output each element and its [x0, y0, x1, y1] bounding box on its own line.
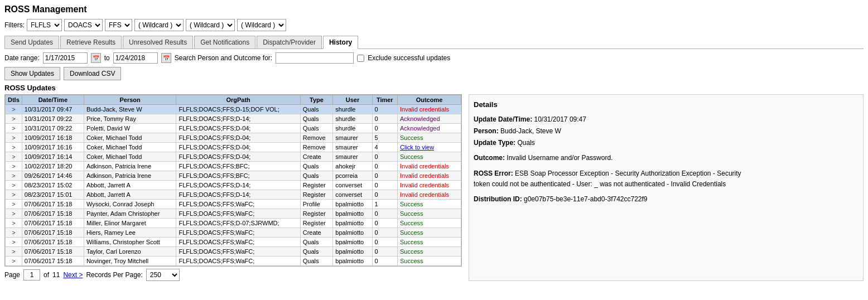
expand-cell[interactable]: > [6, 171, 22, 181]
cell-datetime: 10/09/2017 16:16 [22, 143, 84, 152]
col-person[interactable]: Person [84, 95, 176, 105]
col-datetime[interactable]: Date/Time [22, 95, 84, 105]
table-row[interactable]: >10/31/2017 09:22Price, Tommy RayFLFLS;D… [6, 114, 461, 124]
cell-outcome: Invalid credentials [398, 162, 461, 171]
search-input[interactable] [276, 52, 354, 64]
table-row[interactable]: >07/06/2017 15:18Hiers, Ramey LeeFLFLS;D… [6, 228, 461, 238]
detail-update-type: Update Type: Quals [474, 138, 859, 148]
filter1-select[interactable]: FLFLS [27, 19, 62, 31]
cell-person: Coker, Michael Todd [84, 152, 176, 162]
pager-row: Page of 11 Next > Records Per Page: 250 [4, 269, 462, 281]
table-scroll-wrapper[interactable]: Dtls Date/Time Person OrgPath Type User … [4, 94, 462, 267]
table-row[interactable]: >08/23/2017 15:01Abbott, Jarrett AFLFLS;… [6, 190, 461, 200]
expand-cell[interactable]: > [6, 162, 22, 171]
col-timer[interactable]: Timer [372, 95, 398, 105]
detail-update-type-value: Quals [517, 139, 534, 147]
expand-cell[interactable]: > [6, 114, 22, 124]
table-row[interactable]: >08/23/2017 15:02Abbott, Jarrett AFLFLS;… [6, 181, 461, 190]
table-row[interactable]: >10/31/2017 09:47Budd-Jack, Steve WFLFLS… [6, 105, 461, 114]
expand-cell[interactable]: > [6, 228, 22, 238]
tab-retrieve-results[interactable]: Retrieve Results [60, 36, 122, 49]
expand-cell[interactable]: > [6, 105, 22, 114]
cell-orgpath: FLFLS;DOACS;FFS;WaFC; [176, 228, 300, 238]
filters-label: Filters: [4, 21, 25, 29]
expand-cell[interactable]: > [6, 181, 22, 190]
cell-outcome: Success [398, 133, 461, 143]
tab-unresolved-results[interactable]: Unresolved Results [123, 36, 193, 49]
table-row[interactable]: >07/06/2017 15:18Taylor, Carl LorenzoFLF… [6, 247, 461, 257]
table-row[interactable]: >07/06/2017 15:18Miller, Elinor Margaret… [6, 219, 461, 228]
col-user[interactable]: User [333, 95, 372, 105]
expand-cell[interactable]: > [6, 247, 22, 257]
filter3-select[interactable]: FFS [105, 19, 132, 31]
tab-get-notifications[interactable]: Get Notifications [194, 36, 255, 49]
cell-outcome[interactable]: Click to view [398, 143, 461, 152]
tab-dispatch-provider[interactable]: Dispatch/Provider [257, 36, 322, 49]
table-row[interactable]: >09/26/2017 14:46Adkinson, Patricia Iren… [6, 171, 461, 181]
table-row[interactable]: >10/09/2017 16:14Coker, Michael ToddFLFL… [6, 152, 461, 162]
expand-cell[interactable]: > [6, 238, 22, 247]
pager-next-link[interactable]: Next > [63, 271, 83, 279]
cell-timer: 0 [372, 228, 398, 238]
cell-person: Coker, Michael Todd [84, 143, 176, 152]
table-row[interactable]: >10/02/2017 18:20Adkinson, Patricia Iren… [6, 162, 461, 171]
date-to-input[interactable] [113, 52, 158, 64]
expand-cell[interactable]: > [6, 152, 22, 162]
pager-total-pages: 11 [52, 271, 60, 279]
expand-cell[interactable]: > [6, 200, 22, 209]
expand-cell[interactable]: > [6, 209, 22, 219]
expand-cell[interactable]: > [6, 219, 22, 228]
cell-user: pcorreia [333, 171, 372, 181]
cell-timer: 0 [372, 247, 398, 257]
expand-cell[interactable]: > [6, 124, 22, 133]
col-type[interactable]: Type [300, 95, 333, 105]
expand-cell[interactable]: > [6, 143, 22, 152]
calendar-to-icon[interactable]: 📅 [161, 53, 171, 63]
main-content: Dtls Date/Time Person OrgPath Type User … [4, 94, 864, 281]
cell-type: Register [300, 219, 333, 228]
pager-records-select[interactable]: 250 [146, 269, 180, 281]
cell-person: Abbott, Jarrett A [84, 181, 176, 190]
exclude-label: Exclude successful updates [368, 54, 450, 62]
col-dtls[interactable]: Dtls [6, 95, 22, 105]
tab-history[interactable]: History [323, 36, 358, 49]
cell-orgpath: FLFLS;DOACS;FFS;D-15;DOF VOL; [176, 105, 300, 114]
show-updates-button[interactable]: Show Updates [4, 67, 60, 80]
table-row[interactable]: >07/06/2017 15:18Paynter, Adam Christoph… [6, 209, 461, 219]
cell-user: bpalmiotto [333, 228, 372, 238]
filter6-select[interactable]: ( Wildcard ) [237, 19, 286, 31]
cell-person: Coker, Michael Todd [84, 133, 176, 143]
table-row[interactable]: >10/09/2017 16:18Coker, Michael ToddFLFL… [6, 133, 461, 143]
expand-cell[interactable]: > [6, 257, 22, 266]
filter2-select[interactable]: DOACS [64, 19, 103, 31]
tab-send-updates[interactable]: Send Updates [4, 36, 59, 49]
cell-person: Hiers, Ramey Lee [84, 228, 176, 238]
pager-page-input[interactable] [23, 269, 40, 280]
table-row[interactable]: >10/31/2017 09:22Poletti, David WFLFLS;D… [6, 124, 461, 133]
cell-orgpath: FLFLS;DOACS;FFS;D-14; [176, 114, 300, 124]
cell-person: Price, Tommy Ray [84, 114, 176, 124]
table-row[interactable]: >07/06/2017 15:18Novinger, Troy Mitchell… [6, 257, 461, 266]
cell-datetime: 07/06/2017 15:18 [22, 238, 84, 247]
cell-user: shurdle [333, 114, 372, 124]
calendar-from-icon[interactable]: 📅 [91, 53, 101, 63]
cell-datetime: 09/26/2017 14:46 [22, 171, 84, 181]
cell-outcome: Success [398, 257, 461, 266]
col-outcome[interactable]: Outcome [398, 95, 461, 105]
cell-outcome: Success [398, 209, 461, 219]
cell-timer: 0 [372, 105, 398, 114]
exclude-checkbox[interactable] [357, 55, 364, 62]
table-row[interactable]: >07/06/2017 15:18Williams, Christopher S… [6, 238, 461, 247]
filter4-select[interactable]: ( Wildcard ) [134, 19, 184, 31]
table-row[interactable]: >07/06/2017 15:18Wysocki, Conrad JosephF… [6, 200, 461, 209]
date-from-input[interactable] [43, 52, 88, 64]
cell-datetime: 10/02/2017 18:20 [22, 162, 84, 171]
detail-update-type-label: Update Type: [474, 139, 515, 147]
filter5-select[interactable]: ( Wildcard ) [186, 19, 235, 31]
expand-cell[interactable]: > [6, 133, 22, 143]
col-orgpath[interactable]: OrgPath [176, 95, 300, 105]
download-csv-button[interactable]: Download CSV [64, 67, 121, 80]
page-title: ROSS Management [4, 4, 864, 14]
expand-cell[interactable]: > [6, 190, 22, 200]
table-row[interactable]: >10/09/2017 16:16Coker, Michael ToddFLFL… [6, 143, 461, 152]
